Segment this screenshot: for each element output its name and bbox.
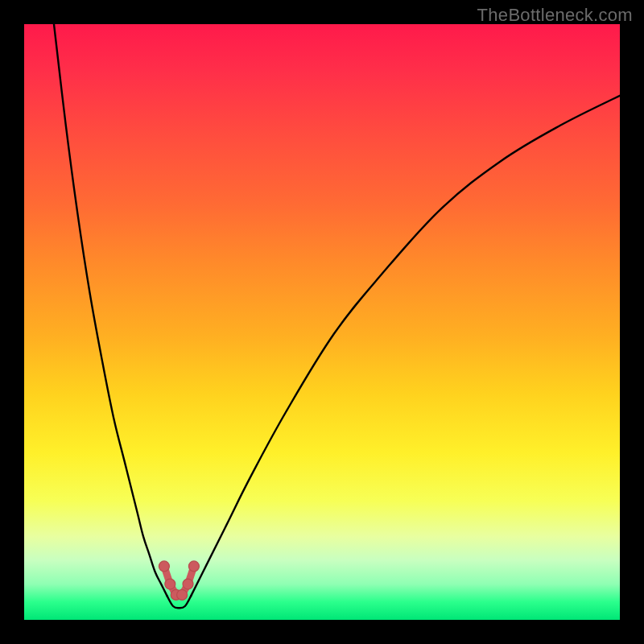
curve-left-branch (54, 24, 167, 596)
valley-marker-dot (159, 561, 169, 572)
valley-marker-dot (177, 589, 188, 600)
valley-marker-dot (183, 579, 193, 589)
valley-marker-dot (165, 579, 175, 589)
valley-marker-group (159, 561, 199, 601)
curve-group (54, 24, 620, 608)
curve-right-branch (191, 96, 620, 597)
valley-marker-dot (188, 561, 199, 572)
bottleneck-chart (24, 24, 620, 620)
watermark-text: TheBottleneck.com (477, 5, 633, 26)
